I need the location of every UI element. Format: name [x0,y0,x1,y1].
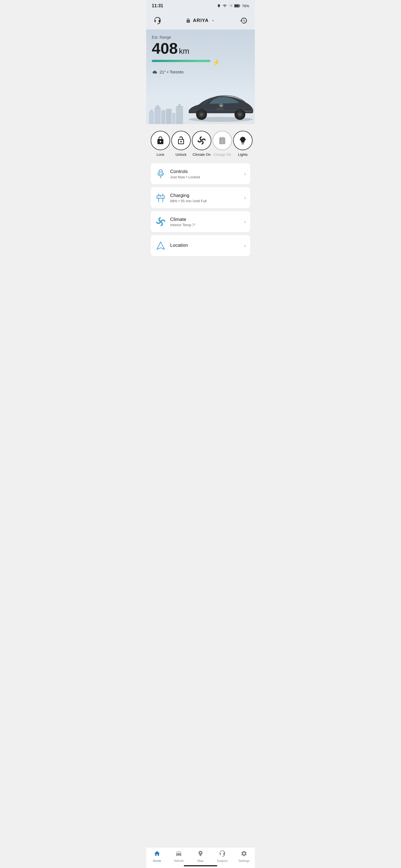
support-nav-label: Support [217,859,228,862]
location-content: Location [170,243,240,249]
lights-button[interactable] [233,131,253,150]
weather-info: 21° • Toronto [152,69,249,74]
vehicle-name: ARIYA [193,18,208,23]
lights-icon [238,136,247,145]
unlock-label: Unlock [175,152,187,157]
car-image: N ARIYA [184,84,255,124]
vehicle-nav-label: Vehicle [174,859,183,862]
range-value: 408 [152,39,178,57]
svg-rect-11 [178,104,181,107]
est-range-label: Est. Range [152,35,249,39]
controls-content: Controls Just Now • Locked [170,169,240,179]
svg-text:ARIYA: ARIYA [217,108,224,110]
svg-rect-2 [234,5,239,7]
svg-point-17 [200,113,203,116]
nav-home[interactable]: Home [146,850,168,862]
wifi-icon [223,4,227,8]
cloud-icon [152,70,158,74]
home-nav-label: Home [153,859,161,862]
unlock-button[interactable] [171,131,191,150]
controls-icon [155,168,166,180]
app-header: ARIYA [146,10,255,30]
action-charge[interactable]: Charge On [212,131,232,157]
headset-icon [153,17,161,25]
weather-text: 21° • Toronto [160,69,183,74]
charge-on-label: Charge On [213,152,231,157]
svg-rect-10 [176,106,183,124]
history-button[interactable] [238,15,249,26]
lock-button[interactable] [151,131,170,150]
vehicle-selector[interactable]: ARIYA [186,18,215,23]
action-lights[interactable]: Lights [233,131,253,157]
charge-icon [218,136,227,145]
lock-closed-icon [156,136,165,145]
charge-bar-row: ⚡ [152,59,220,66]
nav-vehicle[interactable]: Vehicle [168,850,190,862]
location-card[interactable]: Location › [151,235,250,256]
svg-point-20 [238,113,241,116]
charge-bar-fill [152,60,210,62]
nav-settings[interactable]: Settings [233,850,255,862]
svg-rect-3 [149,112,154,124]
lock-open-icon [176,136,185,145]
location-icon-container [155,240,166,251]
svg-rect-4 [150,110,153,113]
range-display: 408km [152,41,249,56]
signal-icon [229,4,232,8]
map-nav-label: Map [197,859,203,862]
lightning-bolt-icon: ⚡ [212,59,220,66]
climate-subtitle: Interior Temp 7° [170,223,240,227]
action-lock[interactable]: Lock [151,131,170,157]
battery-icon [234,4,240,8]
location-chevron: › [244,243,246,249]
svg-rect-5 [154,107,161,124]
lock-header-icon [186,18,191,23]
charge-button[interactable] [212,131,232,150]
bottom-nav: Home Vehicle Map Support Settings [146,847,255,868]
svg-text:N: N [221,104,222,106]
fan-icon [197,136,206,145]
action-unlock[interactable]: Unlock [171,131,191,157]
climate-title: Climate [170,217,240,222]
action-climate[interactable]: Climate On [192,131,211,157]
range-unit: km [179,47,189,55]
svg-rect-24 [159,170,162,175]
location-status-icon [217,4,221,8]
lights-label: Lights [238,152,248,157]
svg-rect-8 [166,109,172,124]
vehicle-nav-icon [175,850,182,858]
chevron-down-icon [211,18,215,23]
charging-card[interactable]: Charging 99% • 55 min Until Full › [151,187,250,208]
controls-chevron: › [244,171,246,177]
history-icon [240,17,248,25]
nav-map[interactable]: Map [190,850,211,862]
charging-subtitle: 99% • 55 min Until Full [170,199,240,203]
settings-nav-label: Settings [238,859,250,862]
status-bar: 11:31 76% [146,0,255,10]
support-button[interactable] [152,15,163,26]
charge-bar-container [152,60,211,62]
svg-rect-7 [161,110,165,124]
svg-rect-9 [172,113,175,124]
charging-chevron: › [244,195,246,201]
status-time: 11:31 [152,3,163,8]
charging-title: Charging [170,193,240,198]
map-nav-icon [197,850,204,858]
nav-support[interactable]: Support [211,850,233,862]
climate-chevron: › [244,219,246,225]
support-nav-icon [219,850,226,858]
svg-marker-27 [157,242,165,250]
svg-point-26 [160,221,162,223]
settings-nav-icon [240,850,247,858]
info-cards: Controls Just Now • Locked › Charging 99… [146,161,255,281]
climate-content: Climate Interior Temp 7° [170,217,240,227]
home-indicator [184,865,217,866]
status-icons: 76% [217,4,249,8]
svg-rect-1 [239,5,240,6]
controls-card[interactable]: Controls Just Now • Locked › [151,163,250,184]
svg-rect-6 [156,105,159,108]
home-nav-icon [154,850,161,858]
climate-on-label: Climate On [193,152,210,157]
climate-button[interactable] [192,131,211,150]
climate-card[interactable]: Climate Interior Temp 7° › [151,211,250,232]
